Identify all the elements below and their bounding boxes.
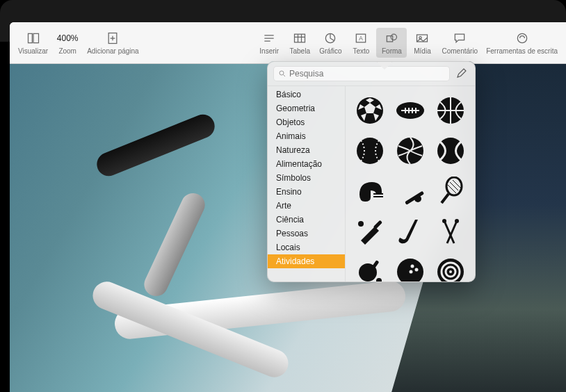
shape-label: Forma [382, 47, 402, 55]
view-button[interactable]: Visualizar [14, 28, 52, 58]
dartboard-shape[interactable] [430, 252, 471, 281]
shape-category-item[interactable]: Ciência [268, 213, 345, 227]
shape-category-item[interactable]: Alimentação [268, 157, 345, 171]
comment-icon [452, 31, 467, 46]
tennis-ball-shape[interactable] [430, 131, 471, 171]
racket-shape[interactable] [430, 171, 471, 211]
writing-tools-icon [515, 31, 530, 46]
zoom-button[interactable]: 400% Zoom [52, 28, 83, 58]
table-icon [292, 31, 307, 46]
draw-shape-button[interactable] [455, 67, 469, 81]
shape-category-item[interactable]: Animais [268, 129, 345, 143]
svg-point-20 [280, 71, 284, 75]
writing-tools-label: Ferramentas de escrita [486, 47, 558, 55]
shape-category-item[interactable]: Locais [268, 240, 345, 254]
ping-pong-shape[interactable] [350, 252, 390, 281]
chart-label: Gráfico [319, 47, 341, 55]
add-page-button[interactable]: Adicionar página [83, 28, 143, 58]
svg-point-16 [391, 34, 397, 40]
chart-icon [323, 31, 338, 46]
svg-line-21 [284, 75, 286, 77]
shape-category-list[interactable]: BásicoGeometriaObjetosAnimaisNaturezaAli… [268, 86, 346, 281]
shape-category-item[interactable]: Geometria [268, 101, 345, 115]
shape-button[interactable]: Forma [376, 28, 407, 58]
add-page-label: Adicionar página [87, 47, 139, 55]
shape-category-item[interactable]: Ensino [268, 185, 345, 199]
cricket-bat-shape[interactable] [350, 211, 390, 252]
zoom-label: Zoom [58, 47, 76, 55]
ski-poles-shape[interactable] [430, 211, 471, 252]
svg-rect-0 [28, 33, 32, 42]
shape-category-item[interactable]: Símbolos [268, 171, 345, 185]
bowling-shape[interactable] [390, 252, 430, 281]
shape-category-item[interactable]: Pessoas [268, 227, 345, 240]
writing-tools-button[interactable]: Ferramentas de escrita [482, 28, 562, 58]
text-label: Texto [353, 47, 370, 55]
shape-icon [384, 31, 399, 46]
media-button[interactable]: Mídia [407, 28, 437, 58]
insert-icon [261, 31, 277, 46]
shape-grid [346, 86, 475, 281]
zoom-value: 400% [60, 31, 75, 46]
screen: Visualizar 400% Zoom Adicionar página In… [10, 22, 566, 392]
text-button[interactable]: A Texto [346, 28, 376, 58]
baseball-shape[interactable] [350, 131, 390, 171]
chart-button[interactable]: Gráfico [315, 28, 346, 58]
shape-category-item[interactable]: Natureza [268, 143, 345, 157]
media-label: Mídia [414, 47, 430, 55]
photo-detail-frame [72, 295, 434, 392]
football-shape[interactable] [390, 90, 430, 131]
shapes-popover: BásicoGeometriaObjetosAnimaisNaturezaAli… [267, 61, 476, 282]
photo-detail-handlebar [38, 106, 246, 259]
add-page-icon [105, 31, 120, 46]
basketball-shape[interactable] [430, 90, 471, 131]
text-icon: A [353, 31, 369, 46]
shapes-search-field[interactable] [273, 66, 450, 81]
shape-category-item[interactable]: Básico [268, 88, 345, 101]
helmet-shape[interactable] [350, 171, 390, 211]
volleyball-shape[interactable] [390, 131, 430, 171]
svg-point-19 [517, 33, 526, 42]
table-button[interactable]: Tabela [284, 28, 315, 58]
comment-label: Comentário [442, 47, 478, 55]
bat-ball-shape[interactable] [390, 171, 430, 211]
shape-category-item[interactable]: Objetos [268, 115, 345, 129]
insert-label: Inserir [259, 47, 279, 55]
hockey-stick-shape[interactable] [390, 211, 430, 252]
shape-category-item[interactable]: Atividades [268, 254, 345, 268]
svg-text:A: A [359, 35, 364, 42]
table-label: Tabela [290, 47, 310, 55]
view-label: Visualizar [18, 47, 48, 55]
comment-button[interactable]: Comentário [437, 28, 482, 58]
svg-rect-8 [295, 34, 305, 42]
insert-button[interactable]: Inserir [254, 28, 284, 58]
soccer-ball-shape[interactable] [350, 90, 390, 131]
media-icon [414, 31, 430, 46]
svg-rect-1 [33, 33, 39, 42]
shapes-search-input[interactable] [289, 69, 445, 79]
toolbar: Visualizar 400% Zoom Adicionar página In… [10, 22, 566, 64]
shape-category-item[interactable]: Arte [268, 199, 345, 213]
view-icon [26, 31, 41, 46]
